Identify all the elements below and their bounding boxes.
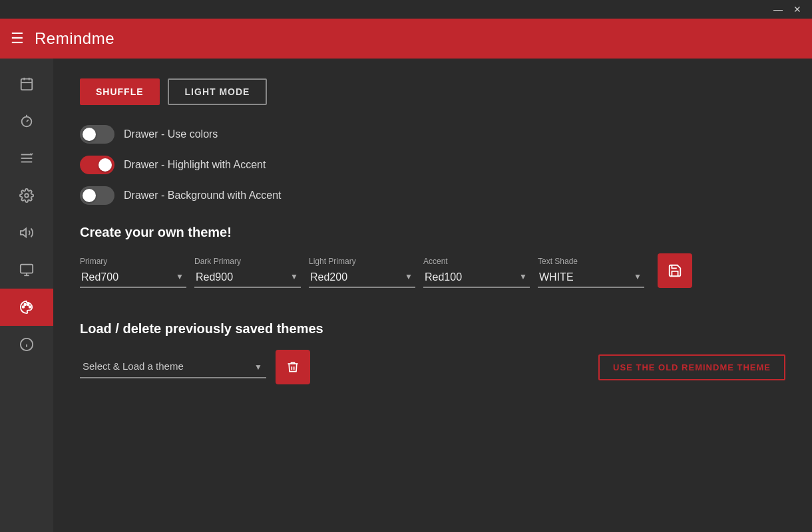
toggle-row-drawer-accent: Drawer - Highlight with Accent bbox=[80, 156, 785, 174]
dropdown-label-light-primary: Light Primary bbox=[309, 257, 415, 266]
light-mode-button[interactable]: LIGHT MODE bbox=[168, 78, 268, 105]
sidebar-item-timer[interactable] bbox=[0, 102, 53, 140]
dropdown-accent[interactable]: Red100 Red200 Blue100 bbox=[423, 269, 530, 288]
svg-point-10 bbox=[25, 194, 29, 198]
dropdown-text-shade[interactable]: WHITE BLACK GREY bbox=[538, 269, 644, 288]
create-theme-title: Create your own theme! bbox=[80, 225, 785, 240]
toggle-label-drawer-bg: Drawer - Background with Accent bbox=[124, 190, 282, 201]
trash-icon bbox=[286, 360, 300, 374]
toggle-row-drawer-bg: Drawer - Background with Accent bbox=[80, 186, 785, 205]
dropdown-label-primary: Primary bbox=[80, 257, 186, 266]
dropdown-group-text-shade: Text Shade WHITE BLACK GREY ▼ bbox=[538, 257, 644, 288]
dropdown-wrapper-dark-primary: Red900 Red700 Blue900 ▼ bbox=[194, 269, 301, 288]
dropdown-label-text-shade: Text Shade bbox=[538, 257, 644, 266]
sidebar-item-info[interactable] bbox=[0, 326, 53, 363]
title-bar: — ✕ bbox=[0, 0, 812, 19]
minimize-button[interactable]: — bbox=[768, 3, 788, 15]
save-icon bbox=[668, 263, 682, 278]
sidebar-item-display[interactable] bbox=[0, 251, 53, 289]
dropdown-label-accent: Accent bbox=[423, 257, 530, 266]
svg-rect-12 bbox=[21, 265, 33, 273]
content-area: SHUFFLE LIGHT MODE Drawer - Use colors bbox=[53, 59, 812, 532]
toggle-label-drawer-accent: Drawer - Highlight with Accent bbox=[124, 159, 266, 171]
dropdown-label-dark-primary: Dark Primary bbox=[194, 257, 301, 266]
app-header: ☰ Remindme bbox=[0, 19, 812, 59]
mode-buttons-row: SHUFFLE LIGHT MODE bbox=[80, 78, 785, 105]
hamburger-icon[interactable]: ☰ bbox=[11, 30, 24, 47]
save-theme-button[interactable] bbox=[658, 253, 692, 288]
app-title: Remindme bbox=[35, 29, 114, 48]
create-theme-section: Create your own theme! Primary Red700 Re… bbox=[80, 225, 785, 288]
toggle-drawer-bg[interactable] bbox=[80, 186, 114, 205]
sidebar-item-sound[interactable] bbox=[0, 214, 53, 251]
svg-point-17 bbox=[27, 304, 29, 306]
close-button[interactable]: ✕ bbox=[788, 3, 807, 15]
svg-point-16 bbox=[24, 304, 26, 306]
load-row: Select & Load a theme ▼ USE THE OLD REMI… bbox=[80, 350, 785, 384]
sidebar bbox=[0, 59, 53, 532]
dropdown-wrapper-light-primary: Red200 Red100 Blue200 ▼ bbox=[309, 269, 415, 288]
load-section-title: Load / delete previously saved themes bbox=[80, 321, 785, 336]
old-theme-button[interactable]: USE THE OLD REMINDME THEME bbox=[598, 354, 785, 380]
dropdown-group-primary: Primary Red700 Red500 Blue700 Green700 ▼ bbox=[80, 257, 186, 288]
sidebar-item-tasks[interactable] bbox=[0, 140, 53, 177]
dropdown-wrapper-primary: Red700 Red500 Blue700 Green700 ▼ bbox=[80, 269, 186, 288]
dropdowns-row: Primary Red700 Red500 Blue700 Green700 ▼… bbox=[80, 253, 785, 288]
sidebar-item-settings[interactable] bbox=[0, 177, 53, 214]
dropdown-primary[interactable]: Red700 Red500 Blue700 Green700 bbox=[80, 269, 186, 288]
toggle-label-drawer-colors: Drawer - Use colors bbox=[124, 128, 218, 140]
dropdown-light-primary[interactable]: Red200 Red100 Blue200 bbox=[309, 269, 415, 288]
svg-rect-0 bbox=[21, 79, 33, 90]
theme-select-wrapper: Select & Load a theme ▼ bbox=[80, 356, 266, 378]
dropdown-group-light-primary: Light Primary Red200 Red100 Blue200 ▼ bbox=[309, 257, 415, 288]
shuffle-button[interactable]: SHUFFLE bbox=[80, 78, 160, 105]
dropdown-dark-primary[interactable]: Red900 Red700 Blue900 bbox=[194, 269, 301, 288]
toggle-drawer-accent[interactable] bbox=[80, 156, 114, 174]
dropdown-wrapper-text-shade: WHITE BLACK GREY ▼ bbox=[538, 269, 644, 288]
dropdown-wrapper-accent: Red100 Red200 Blue100 ▼ bbox=[423, 269, 530, 288]
svg-line-6 bbox=[27, 120, 29, 122]
svg-marker-11 bbox=[21, 229, 26, 237]
dropdown-group-accent: Accent Red100 Red200 Blue100 ▼ bbox=[423, 257, 530, 288]
sidebar-item-calendar[interactable] bbox=[0, 65, 53, 102]
dropdown-group-dark-primary: Dark Primary Red900 Red700 Blue900 ▼ bbox=[194, 257, 301, 288]
main-layout: SHUFFLE LIGHT MODE Drawer - Use colors bbox=[0, 59, 812, 532]
toggle-drawer-colors[interactable] bbox=[80, 125, 114, 144]
sidebar-item-theme[interactable] bbox=[0, 289, 53, 326]
theme-select[interactable]: Select & Load a theme bbox=[80, 356, 266, 378]
toggle-row-drawer-colors: Drawer - Use colors bbox=[80, 125, 785, 144]
svg-point-15 bbox=[23, 306, 25, 308]
toggles-section: Drawer - Use colors Drawer - Highlight w… bbox=[80, 125, 785, 205]
load-section: Load / delete previously saved themes Se… bbox=[80, 321, 785, 384]
delete-theme-button[interactable] bbox=[276, 350, 310, 384]
svg-point-18 bbox=[29, 306, 31, 308]
